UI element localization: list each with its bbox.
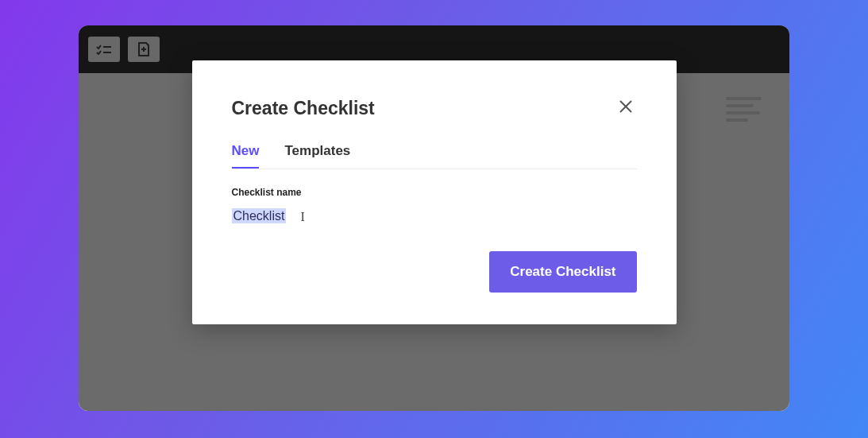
tab-templates[interactable]: Templates: [284, 143, 350, 169]
tab-new[interactable]: New: [232, 143, 260, 169]
checklist-name-input[interactable]: Checklist: [232, 208, 287, 223]
tabs: New Templates: [232, 143, 637, 169]
app-window: Create Checklist New Templates Checklist…: [79, 25, 789, 411]
create-checklist-button[interactable]: Create Checklist: [489, 251, 636, 293]
checklist-name-label: Checklist name: [232, 187, 637, 198]
modal-header: Create Checklist: [232, 95, 637, 121]
text-cursor-icon: I: [300, 210, 301, 224]
create-checklist-modal: Create Checklist New Templates Checklist…: [192, 60, 677, 324]
close-icon: [618, 99, 634, 114]
checklist-name-input-wrap[interactable]: ChecklistI: [232, 209, 637, 224]
modal-footer: Create Checklist: [232, 251, 637, 293]
modal-title: Create Checklist: [232, 98, 375, 119]
close-button[interactable]: [615, 95, 637, 121]
